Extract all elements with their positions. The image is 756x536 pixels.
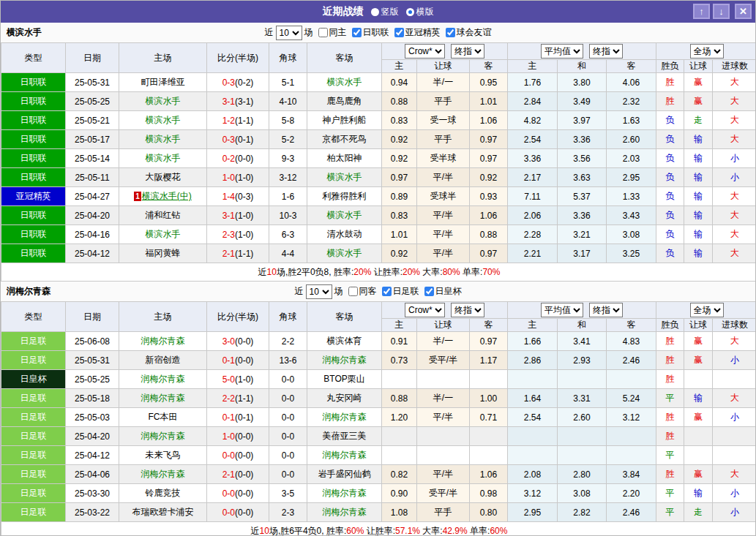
col-avg-home: 主 — [508, 60, 558, 73]
handicap-result-cell: 赢 — [684, 332, 713, 351]
col-result: 胜负 — [656, 319, 684, 332]
avg-home-cell: 2.08 — [508, 465, 558, 484]
home-team-name: 横滨水手 — [146, 153, 181, 163]
home-team-cell: 1横滨水手(中) — [119, 187, 207, 206]
odds-home-cell: 0.88 — [382, 389, 417, 408]
col-corner: 角球 — [269, 302, 307, 332]
average-select[interactable]: 平均值 — [541, 303, 583, 317]
corner-cell: 0-0 — [269, 389, 307, 408]
score-cell: 0-0(0-0) — [207, 446, 269, 465]
scroll-up-button[interactable]: ↑ — [693, 4, 710, 19]
fulltime-score: 0-2 — [222, 154, 235, 164]
corner-cell: 13-6 — [269, 351, 307, 370]
match-row: 日足联25-03-30铃鹿竞技0-0(0-0)3-5润梅尔青森0.90受平/半0… — [1, 484, 756, 503]
league-cell: 亚冠精英 — [1, 187, 66, 206]
halftime-score: (1-1) — [235, 116, 253, 126]
avg-away-cell — [607, 370, 656, 389]
radio-circle-icon — [371, 8, 379, 16]
average-select[interactable]: 平均值 — [541, 44, 583, 58]
goals-result-cell: 大 — [713, 92, 756, 111]
corner-cell: 4-10 — [269, 92, 307, 111]
odds-away-cell: 0.98 — [470, 484, 508, 503]
bookmaker-select[interactable]: Crow* — [405, 303, 445, 317]
avg-home-cell: 2.86 — [508, 351, 558, 370]
away-team-cell: 横滨体育 — [307, 332, 382, 351]
layout-radio-vertical[interactable]: 竖版 — [371, 6, 399, 18]
score-cell: 0-0(0-0) — [207, 484, 269, 503]
col-type: 类型 — [1, 302, 66, 332]
odds-home-cell: 1.20 — [382, 408, 417, 427]
games-label: 场 — [304, 26, 313, 39]
home-team-name[interactable]: 横滨水手(中) — [142, 191, 192, 201]
away-team-cell: 润梅尔青森 — [307, 484, 382, 503]
result-cell: 胜 — [656, 73, 684, 92]
recent-count-select[interactable]: 10 — [276, 26, 302, 40]
away-team-name: 横滨体育 — [327, 336, 362, 346]
odds-group-header: Crow*终指 — [382, 302, 508, 319]
date-cell: 25-06-08 — [66, 332, 119, 351]
corner-cell: 5-1 — [269, 73, 307, 92]
away-team-cell: 横滨水手 — [307, 73, 382, 92]
final-odds-select-2[interactable]: 终指 — [589, 44, 623, 58]
filter-checkbox[interactable]: 日职联 — [352, 26, 389, 39]
bookmaker-select[interactable]: Crow* — [405, 44, 445, 58]
odds-home-cell: 0.83 — [382, 111, 417, 130]
home-team-cell: 横滨水手 — [119, 130, 207, 149]
halftime-score: (0-2) — [235, 78, 253, 88]
filter-checkbox-input[interactable] — [318, 28, 328, 37]
filter-checkbox[interactable]: 同主 — [318, 26, 347, 39]
final-odds-select-2[interactable]: 终指 — [589, 303, 623, 317]
odds-home-cell: 1.01 — [382, 225, 417, 244]
away-team-name: 横滨水手 — [327, 77, 362, 87]
odds-home-cell: 0.83 — [382, 206, 417, 225]
handicap-result-cell: 输 — [684, 149, 713, 168]
match-row: 亚冠精英25-04-271横滨水手(中)1-4(0-3)1-6利雅得胜利0.89… — [1, 187, 756, 206]
final-odds-select[interactable]: 终指 — [451, 44, 484, 58]
filter-checkbox[interactable]: 球会友谊 — [446, 26, 492, 39]
goals-result-cell: 大 — [713, 187, 756, 206]
filter-checkbox-input[interactable] — [352, 28, 362, 37]
scope-select[interactable]: 全场 — [690, 44, 724, 58]
fulltime-score: 5-0 — [222, 374, 235, 385]
score-cell: 1-0(0-0) — [207, 427, 269, 446]
avg-home-cell: 3.36 — [508, 149, 558, 168]
layout-radio-horizontal[interactable]: 横版 — [406, 6, 434, 18]
handicap-cell: 受球半 — [417, 187, 470, 206]
scroll-down-button[interactable]: ↓ — [713, 4, 730, 19]
away-team-cell: 利雅得胜利 — [307, 187, 382, 206]
avg-draw-cell: 3.31 — [558, 389, 607, 408]
fulltime-score: 0-0 — [222, 507, 235, 518]
home-team-cell: 铃鹿竞技 — [119, 484, 207, 503]
league-cell: 日足联 — [1, 351, 66, 370]
goals-result-cell: 小 — [713, 149, 756, 168]
filter-checkbox-input[interactable] — [348, 287, 358, 296]
summary-segment: 让胜率: — [371, 267, 403, 277]
match-row: 日足联25-05-31新宿创造0-1(0-0)13-6润梅尔青森0.73受平/半… — [1, 351, 756, 370]
halftime-score: (0-0) — [235, 355, 253, 366]
filter-checkbox-input[interactable] — [382, 287, 392, 296]
final-odds-select[interactable]: 终指 — [451, 303, 484, 317]
scope-select[interactable]: 全场 — [690, 303, 724, 317]
handicap-result-cell: 输 — [684, 168, 713, 187]
filter-checkbox-input[interactable] — [394, 28, 404, 37]
home-team-cell: 町田泽维亚 — [119, 73, 207, 92]
avg-home-cell: 2.17 — [508, 168, 558, 187]
recent-count-select[interactable]: 10 — [306, 284, 332, 299]
result-cell: 平 — [656, 484, 684, 503]
filter-checkbox[interactable]: 亚冠精英 — [394, 26, 441, 39]
league-cell: 日足联 — [1, 389, 66, 408]
avg-draw-cell — [558, 446, 607, 465]
handicap-cell — [417, 427, 470, 446]
filter-checkbox[interactable]: 日皇杯 — [424, 285, 462, 298]
filter-checkbox[interactable]: 同客 — [348, 285, 377, 298]
goals-result-cell: 大 — [713, 244, 756, 263]
handicap-result-cell: 输 — [684, 130, 713, 149]
close-button[interactable]: ✕ — [735, 4, 752, 19]
filter-checkbox-input[interactable] — [424, 287, 434, 296]
fulltime-score: 3-1 — [222, 211, 235, 221]
filter-checkbox-input[interactable] — [446, 28, 455, 37]
filter-checkbox[interactable]: 日足联 — [382, 285, 419, 298]
home-team-cell: 润梅尔青森 — [119, 389, 207, 408]
handicap-result-cell: 赢 — [684, 92, 713, 111]
title-group: 近期战绩 竖版 横版 — [1, 5, 755, 18]
